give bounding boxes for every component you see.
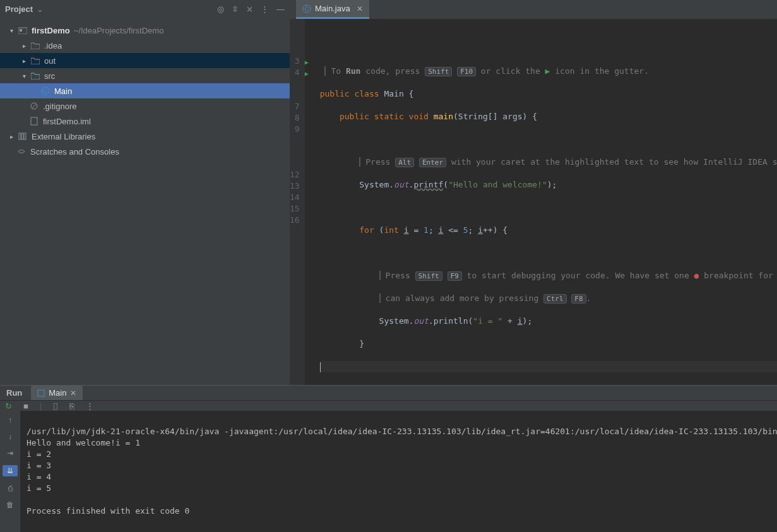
code-editor[interactable]: 3▶ 4▶ 7 8 9 12 13 14 15 16 To Run code, … [290, 19, 777, 385]
console-line: /usr/lib/jvm/jdk-21-oracle-x64/bin/java … [27, 427, 777, 436]
console-output[interactable]: /usr/lib/jvm/jdk-21-oracle-x64/bin/java … [20, 411, 777, 532]
line-number: 12 [290, 169, 300, 180]
close-icon[interactable]: ✕ [70, 389, 76, 398]
tree-src[interactable]: ▾ src [0, 68, 290, 83]
tree-label: out [44, 56, 56, 66]
exit-icon[interactable]: ⎘ [69, 401, 74, 411]
current-line [320, 361, 777, 372]
line-number: 16 [290, 215, 300, 226]
chevron-down-icon[interactable]: ▾ [8, 27, 15, 34]
class-icon: C [40, 86, 50, 95]
project-sidebar: Project ⌄ ◎ ⇳ ⤫ ⋮ — ▾ firstDemo ~/IdeaPr… [0, 0, 290, 385]
up-icon[interactable]: ↑ [8, 416, 12, 425]
svg-rect-8 [21, 133, 23, 139]
module-icon [18, 27, 28, 34]
hint-run: To Run code, press Shift F10 or click th… [320, 66, 777, 77]
svg-rect-9 [24, 133, 26, 139]
run-toolbar: ↻ ■ | ⌷ ⎘ ⋮ [0, 400, 777, 411]
down-icon[interactable]: ↓ [8, 432, 12, 441]
folder-icon [30, 42, 40, 49]
line-number: 7 [290, 101, 300, 112]
tree-scratches[interactable]: Scratches and Consoles [0, 144, 290, 159]
line-number: 15 [290, 203, 300, 215]
tree-external[interactable]: ▸ External Libraries [0, 129, 290, 144]
chevron-down-icon[interactable]: ▾ [20, 73, 28, 80]
tree-label: .idea [44, 41, 62, 50]
console-line: i = 5 [27, 483, 51, 493]
stop-icon[interactable]: ■ [23, 401, 28, 411]
tree-label: firstDemo.iml [43, 117, 91, 126]
caret [320, 362, 321, 372]
class-icon [37, 389, 45, 397]
more-icon[interactable]: ⋮ [86, 401, 94, 411]
tree-label: .gitignore [43, 102, 76, 111]
tree-label: Main [54, 86, 72, 96]
console-line: Hello and welcome!i = 1 [27, 438, 140, 447]
run-tab-main[interactable]: Main ✕ [31, 386, 83, 400]
console-line: i = 4 [27, 472, 51, 482]
expand-icon[interactable]: ⇳ [232, 4, 239, 14]
collapse-icon[interactable]: ⤫ [246, 4, 253, 14]
tree-main-selected[interactable]: C Main [0, 83, 290, 98]
trash-icon[interactable]: 🗑 [6, 500, 14, 509]
project-header: Project ⌄ ◎ ⇳ ⤫ ⋮ — [0, 0, 290, 18]
root-name: firstDemo [32, 26, 70, 35]
line-number: 8 [290, 112, 300, 124]
ignore-icon [29, 102, 39, 110]
tree-idea[interactable]: ▸ .idea [0, 38, 290, 53]
file-icon [29, 117, 39, 126]
tree-label: src [44, 71, 55, 81]
more-icon[interactable]: ⋮ [261, 4, 269, 14]
close-icon[interactable]: ✕ [357, 4, 363, 13]
print-icon[interactable]: ⎙ [8, 484, 13, 493]
line-number: 14 [290, 192, 300, 203]
editor-tab-main[interactable]: C Main.java ✕ [296, 0, 369, 19]
hint-alt-enter: Press Alt Enter with your caret at the h… [320, 157, 777, 168]
line-number: 13 [290, 180, 300, 192]
console-exit: Process finished with exit code 0 [27, 506, 189, 516]
chevron-right-icon[interactable]: ▸ [20, 57, 28, 64]
svg-text:C: C [305, 6, 309, 12]
console-line: i = 2 [27, 449, 51, 459]
chevron-down-icon[interactable]: ⌄ [37, 4, 44, 14]
target-icon[interactable]: ◎ [217, 4, 224, 14]
tree-out[interactable]: ▸ out [0, 53, 290, 68]
svg-line-5 [32, 103, 37, 109]
tree-gitignore[interactable]: .gitignore [0, 98, 290, 114]
folder-icon [30, 57, 40, 64]
line-number: 3▶ [290, 56, 300, 67]
console-line: i = 3 [27, 461, 51, 470]
editor-tabbar: C Main.java ✕ [290, 0, 777, 19]
gutter: 3▶ 4▶ 7 8 9 12 13 14 15 16 [290, 19, 305, 385]
run-side-toolbar: ↑ ↓ ⇥ ⇊ ⎙ 🗑 [0, 411, 20, 532]
tree-iml[interactable]: firstDemo.iml [0, 114, 290, 129]
svg-text:C: C [44, 88, 48, 94]
code-text[interactable]: To Run code, press Shift F10 or click th… [305, 19, 777, 385]
folder-icon [30, 72, 40, 80]
chevron-right-icon[interactable]: ▸ [20, 42, 28, 49]
hint-debug: Press Shift F9 to start debugging your c… [320, 270, 777, 281]
chevron-right-icon[interactable]: ▸ [8, 133, 15, 140]
project-title: Project [5, 4, 33, 14]
run-panel: Run Main ✕ ↻ ■ | ⌷ ⎘ ⋮ ↑ ↓ ⇥ ⇊ ⎙ 🗑 /usr/… [0, 385, 777, 532]
tree-root[interactable]: ▾ firstDemo ~/IdeaProjects/firstDemo [0, 23, 290, 38]
scratch-icon [16, 147, 27, 156]
svg-rect-6 [31, 117, 37, 125]
tree-label: Scratches and Consoles [30, 147, 119, 157]
run-title: Run [6, 388, 22, 398]
run-header: Run Main ✕ [0, 386, 777, 400]
wrap-icon[interactable]: ⇥ [7, 449, 13, 458]
library-icon [18, 133, 28, 140]
project-tree: ▾ firstDemo ~/IdeaProjects/firstDemo ▸ .… [0, 18, 290, 159]
line-number: 4▶ [290, 67, 300, 78]
svg-rect-12 [38, 390, 44, 396]
line-number: 9 [290, 124, 300, 135]
svg-rect-1 [20, 29, 22, 32]
class-icon: C [302, 4, 311, 13]
tree-label: External Libraries [32, 132, 95, 141]
minimize-icon[interactable]: — [276, 4, 285, 14]
rerun-icon[interactable]: ↻ [5, 401, 12, 411]
svg-rect-7 [19, 133, 21, 139]
scroll-to-end-icon[interactable]: ⇊ [3, 465, 18, 476]
camera-icon[interactable]: ⌷ [53, 401, 58, 411]
